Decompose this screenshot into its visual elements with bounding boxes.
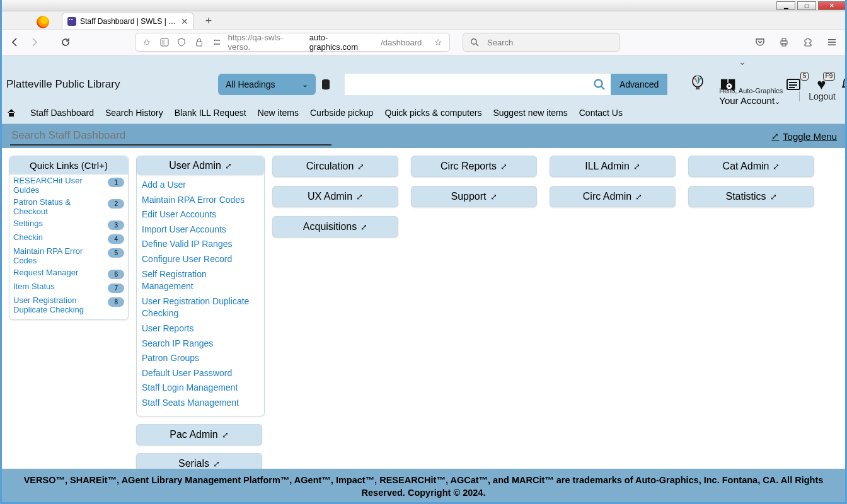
dashboard-search-input[interactable]	[10, 127, 331, 146]
advanced-search-button[interactable]: Advanced	[611, 74, 667, 95]
dashboard-tile[interactable]: Circ Admin⤢	[550, 186, 676, 207]
browser-tab-active[interactable]: Staff Dashboard | SWLS | PLATT ✕	[62, 13, 194, 29]
quick-link-shortcut: 5	[108, 248, 124, 258]
catalog-search-input[interactable]	[345, 74, 588, 95]
shield-icon[interactable]	[175, 36, 188, 49]
user-admin-header[interactable]: User Admin⤢	[137, 156, 264, 175]
app-menu-icon[interactable]	[826, 36, 838, 49]
svg-point-7	[471, 39, 477, 45]
quick-link[interactable]: Maintain RPA Error Codes	[13, 246, 108, 265]
search-scope-label: All Headings	[226, 79, 275, 89]
svg-rect-10	[782, 38, 786, 41]
url-prefix: https://qa-swls-verso.	[228, 33, 304, 52]
nav-staff-dashboard[interactable]: Staff Dashboard	[30, 108, 94, 118]
quick-link[interactable]: Item Status	[13, 282, 108, 291]
reader-icon[interactable]	[158, 36, 171, 49]
permissions-icon[interactable]	[210, 36, 223, 49]
tile-label: Support	[451, 191, 486, 202]
nav-blank-ill-request[interactable]: Blank ILL Request	[175, 108, 246, 118]
user-admin-link[interactable]: Edit User Accounts	[142, 207, 259, 222]
dashboard-tile[interactable]: UX Admin⤢	[272, 186, 398, 207]
nav-contact-us[interactable]: Contact Us	[579, 108, 623, 118]
os-close-button[interactable]: ✕	[818, 1, 846, 10]
user-admin-link[interactable]: Import User Accounts	[142, 222, 259, 238]
user-admin-link[interactable]: Default User Password	[142, 366, 259, 381]
user-admin-link[interactable]: Maintain RPA Error Codes	[142, 193, 259, 208]
favorites-icon[interactable]: ♥ F9	[812, 76, 830, 93]
quick-link[interactable]: Patron Status & Checkout	[13, 197, 108, 216]
reading-history-icon[interactable]	[720, 76, 738, 93]
quick-link-item: Patron Status & Checkout2	[9, 196, 128, 217]
toggle-menu-link[interactable]: ⤢ Toggle Menu	[771, 131, 837, 142]
quick-link[interactable]: Checkin	[13, 232, 108, 242]
user-admin-link[interactable]: Staff Login Management	[142, 381, 259, 396]
dashboard-tile[interactable]: Acquisitions⤢	[272, 216, 398, 238]
database-icon[interactable]	[321, 79, 335, 90]
home-icon[interactable]	[4, 108, 19, 118]
dashboard-tile[interactable]: Support⤢	[411, 186, 537, 207]
header-chevron-down-icon[interactable]: ⌄	[739, 57, 746, 67]
quick-link-shortcut: 7	[108, 284, 124, 293]
quick-link[interactable]: Settings	[13, 219, 108, 228]
your-account-link[interactable]: Your Account	[719, 95, 775, 106]
browser-search-input[interactable]	[486, 37, 614, 48]
dashboard-tile[interactable]: Cat Admin⤢	[688, 156, 814, 177]
my-lists-icon[interactable]: 5	[786, 76, 804, 93]
user-admin-link[interactable]: User Reports	[142, 321, 259, 336]
dashboard-tile[interactable]: ILL Admin⤢	[550, 156, 676, 177]
tab-close-icon[interactable]: ✕	[181, 16, 188, 26]
nav-new-items[interactable]: New items	[258, 108, 299, 118]
balloon-icon[interactable]	[689, 76, 706, 93]
firefox-icon	[37, 16, 49, 28]
nav-quick-picks[interactable]: Quick picks & computers	[384, 108, 481, 118]
os-minimize-button[interactable]: ▁	[776, 1, 795, 10]
user-admin-link[interactable]: Define Valid IP Ranges	[142, 237, 259, 252]
back-button[interactable]	[9, 36, 21, 49]
user-admin-link[interactable]: Staff Seats Management	[142, 396, 259, 411]
search-scope-select[interactable]: All Headings ⌄	[218, 74, 316, 95]
dashboard-tile[interactable]: Statistics⤢	[688, 186, 814, 207]
nav-search-history[interactable]: Search History	[105, 108, 163, 118]
browser-search-box[interactable]	[463, 33, 620, 52]
lock-icon[interactable]	[193, 36, 205, 49]
user-admin-link[interactable]: Self Registration Management	[142, 267, 259, 294]
quick-link-item: RESEARCHit User Guides1	[9, 175, 128, 196]
dashboard-body: Quick Links (Ctrl+) RESEARCHit User Guid…	[0, 148, 847, 487]
quick-link-item: Checkin4	[9, 231, 128, 245]
forward-button[interactable]	[28, 36, 40, 49]
dashboard-tile[interactable]: Circulation⤢	[272, 156, 398, 177]
dashboard-tile[interactable]: Circ Reports⤢	[411, 156, 537, 177]
quick-link-shortcut: 4	[108, 234, 124, 244]
tile-label: ILL Admin	[585, 161, 630, 171]
notifications-icon[interactable]	[839, 76, 847, 93]
user-admin-link[interactable]: User Registration Duplicate Checking	[142, 294, 259, 321]
user-admin-link[interactable]: Patron Groups	[142, 351, 259, 366]
quick-link[interactable]: Request Manager	[13, 268, 108, 277]
browser-toolbar: ✩ https://qa-swls-verso.auto-graphics.co…	[0, 29, 847, 55]
quick-link[interactable]: User Registration Duplicate Checking	[13, 295, 108, 314]
bookmark-outline-icon[interactable]: ✩	[141, 36, 153, 49]
bookmark-star-icon[interactable]: ☆	[432, 36, 444, 49]
svg-line-8	[476, 44, 479, 47]
user-admin-link[interactable]: Add a User	[142, 178, 259, 193]
os-maximize-button[interactable]: ▢	[797, 1, 816, 10]
user-admin-link[interactable]: Search IP Ranges	[142, 336, 259, 352]
svg-rect-4	[216, 40, 220, 40]
nav-suggest-items[interactable]: Suggest new items	[493, 108, 567, 118]
tab-favicon-icon	[67, 17, 76, 26]
quick-link[interactable]: RESEARCHit User Guides	[13, 176, 108, 195]
catalog-search-button[interactable]	[588, 74, 611, 95]
os-window-controls: ▁ ▢ ✕	[0, 0, 847, 11]
print-icon[interactable]	[778, 36, 790, 49]
quick-link-shortcut: 1	[108, 178, 124, 187]
quick-link-shortcut: 3	[108, 220, 124, 230]
url-bar[interactable]: ✩ https://qa-swls-verso.auto-graphics.co…	[135, 33, 450, 52]
extensions-icon[interactable]	[802, 36, 814, 49]
pocket-icon[interactable]	[754, 36, 766, 49]
new-tab-button[interactable]: +	[200, 13, 217, 29]
dashboard-subheader: ⤢ Toggle Menu	[0, 124, 847, 148]
pac-admin-tile[interactable]: Pac Admin⤢	[136, 424, 262, 445]
user-admin-link[interactable]: Configure User Record	[142, 252, 259, 267]
nav-curbside-pickup[interactable]: Curbside pickup	[310, 108, 373, 118]
reload-button[interactable]	[59, 36, 72, 49]
